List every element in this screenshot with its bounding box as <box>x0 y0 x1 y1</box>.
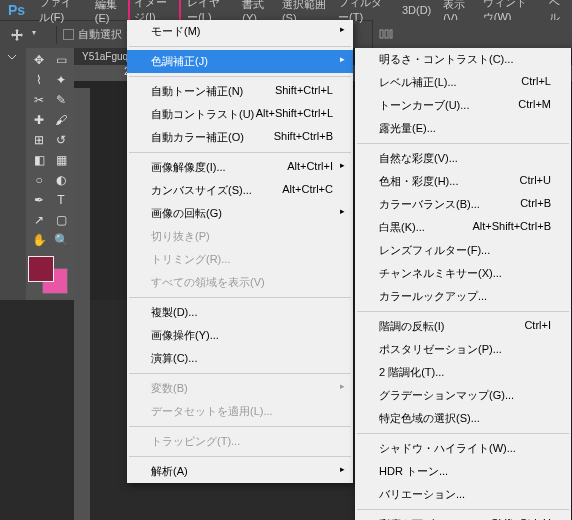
menu-item[interactable]: 露光量(E)... <box>355 117 571 140</box>
menu-ファイル[interactable]: ファイル(F) <box>33 0 89 28</box>
zoom-tool-icon[interactable]: 🔍 <box>50 230 72 250</box>
menu-item[interactable]: カンバスサイズ(S)...Alt+Ctrl+C <box>127 179 353 202</box>
menu-item[interactable]: グラデーションマップ(G)... <box>355 384 571 407</box>
tools-panel: ✥ ▭ ⌇ ✦ ✂ ✎ ✚ 🖌 ⊞ ↺ ◧ ▦ ○ ◐ ✒ T ↗ ▢ ✋ 🔍 <box>26 48 74 300</box>
brush-tool-icon[interactable]: 🖌 <box>50 110 72 130</box>
menu-item[interactable]: カラーバランス(B)...Ctrl+B <box>355 193 571 216</box>
menu-item[interactable]: 明るさ・コントラスト(C)... <box>355 48 571 71</box>
menu-item[interactable]: カラールックアップ... <box>355 285 571 308</box>
menu-item[interactable]: バリエーション... <box>355 483 571 506</box>
image-menu-dropdown: モード(M)色調補正(J)自動トーン補正(N)Shift+Ctrl+L自動コント… <box>127 20 353 483</box>
menu-item[interactable]: 自動トーン補正(N)Shift+Ctrl+L <box>127 80 353 103</box>
color-swatch[interactable] <box>28 256 72 298</box>
crop-tool-icon[interactable]: ✂ <box>28 90 50 110</box>
ruler-vertical <box>74 88 90 520</box>
dodge-tool-icon[interactable]: ◐ <box>50 170 72 190</box>
menu-item[interactable]: 2 階調化(T)... <box>355 361 571 384</box>
menu-3d[interactable]: 3D(D) <box>396 1 437 19</box>
menu-item: 切り抜き(P) <box>127 225 353 248</box>
menu-item[interactable]: シャドウ・ハイライト(W)... <box>355 437 571 460</box>
pen-tool-icon[interactable]: ✒ <box>28 190 50 210</box>
fg-color[interactable] <box>28 256 54 282</box>
menu-item[interactable]: 彩度を下げる(D)Shift+Ctrl+U <box>355 513 571 520</box>
menu-編集[interactable]: 編集(E) <box>89 0 129 27</box>
eyedropper-tool-icon[interactable]: ✎ <box>50 90 72 110</box>
history-brush-icon[interactable]: ↺ <box>50 130 72 150</box>
menu-item: データセットを適用(L)... <box>127 400 353 423</box>
path-tool-icon[interactable]: ↗ <box>28 210 50 230</box>
menu-item[interactable]: 階調の反転(I)Ctrl+I <box>355 315 571 338</box>
dropdown-icon[interactable]: ▾ <box>32 28 46 42</box>
menu-item[interactable]: 画像の回転(G) <box>127 202 353 225</box>
blur-tool-icon[interactable]: ○ <box>28 170 50 190</box>
menu-item: すべての領域を表示(V) <box>127 271 353 294</box>
heal-tool-icon[interactable]: ✚ <box>28 110 50 130</box>
move-tool-icon[interactable]: ✥ <box>28 50 50 70</box>
collapse-icon[interactable] <box>4 52 22 62</box>
menu-item: トラッピング(T)... <box>127 430 353 453</box>
menu-item[interactable]: 画像解像度(I)...Alt+Ctrl+I <box>127 156 353 179</box>
menu-item[interactable]: 白黒(K)...Alt+Shift+Ctrl+B <box>355 216 571 239</box>
wand-tool-icon[interactable]: ✦ <box>50 70 72 90</box>
menu-item[interactable]: トーンカーブ(U)...Ctrl+M <box>355 94 571 117</box>
stamp-tool-icon[interactable]: ⊞ <box>28 130 50 150</box>
menu-item[interactable]: 色調補正(J) <box>127 50 353 73</box>
hand-tool-icon[interactable]: ✋ <box>28 230 50 250</box>
menu-item[interactable]: レベル補正(L)...Ctrl+L <box>355 71 571 94</box>
svg-rect-0 <box>380 30 383 38</box>
menu-item[interactable]: 色相・彩度(H)...Ctrl+U <box>355 170 571 193</box>
menu-item[interactable]: HDR トーン... <box>355 460 571 483</box>
separator <box>56 26 57 44</box>
menu-item[interactable]: 特定色域の選択(S)... <box>355 407 571 430</box>
move-tool-icon[interactable] <box>10 28 24 42</box>
menu-item[interactable]: チャンネルミキサー(X)... <box>355 262 571 285</box>
menubar: Ps ファイル(F)編集(E)イメージ(I)レイヤー(L)書式(Y)選択範囲(S… <box>0 0 572 20</box>
type-tool-icon[interactable]: T <box>50 190 72 210</box>
gradient-tool-icon[interactable]: ▦ <box>50 150 72 170</box>
menu-item[interactable]: 解析(A) <box>127 460 353 483</box>
menu-item[interactable]: モード(M) <box>127 20 353 43</box>
right-options <box>372 20 572 48</box>
auto-select-checkbox[interactable] <box>63 29 74 40</box>
menu-item[interactable]: レンズフィルター(F)... <box>355 239 571 262</box>
menu-item[interactable]: 複製(D)... <box>127 301 353 324</box>
menu-item: 変数(B) <box>127 377 353 400</box>
auto-select-label: 自動選択： <box>78 27 133 42</box>
menu-item[interactable]: 自動カラー補正(O)Shift+Ctrl+B <box>127 126 353 149</box>
tool-panel-edge <box>0 48 26 300</box>
shape-tool-icon[interactable]: ▢ <box>50 210 72 230</box>
menu-item[interactable]: 自然な彩度(V)... <box>355 147 571 170</box>
eraser-tool-icon[interactable]: ◧ <box>28 150 50 170</box>
align-icon[interactable] <box>379 27 393 41</box>
svg-rect-1 <box>385 30 388 38</box>
menu-item[interactable]: ポスタリゼーション(P)... <box>355 338 571 361</box>
menu-item: トリミング(R)... <box>127 248 353 271</box>
marquee-tool-icon[interactable]: ▭ <box>50 50 72 70</box>
menu-item[interactable]: 画像操作(Y)... <box>127 324 353 347</box>
app-logo: Ps <box>0 2 33 18</box>
menu-item[interactable]: 自動コントラスト(U)Alt+Shift+Ctrl+L <box>127 103 353 126</box>
svg-rect-2 <box>390 30 392 38</box>
adjustments-submenu: 明るさ・コントラスト(C)...レベル補正(L)...Ctrl+Lトーンカーブ(… <box>355 48 571 520</box>
menu-item[interactable]: 演算(C)... <box>127 347 353 370</box>
lasso-tool-icon[interactable]: ⌇ <box>28 70 50 90</box>
